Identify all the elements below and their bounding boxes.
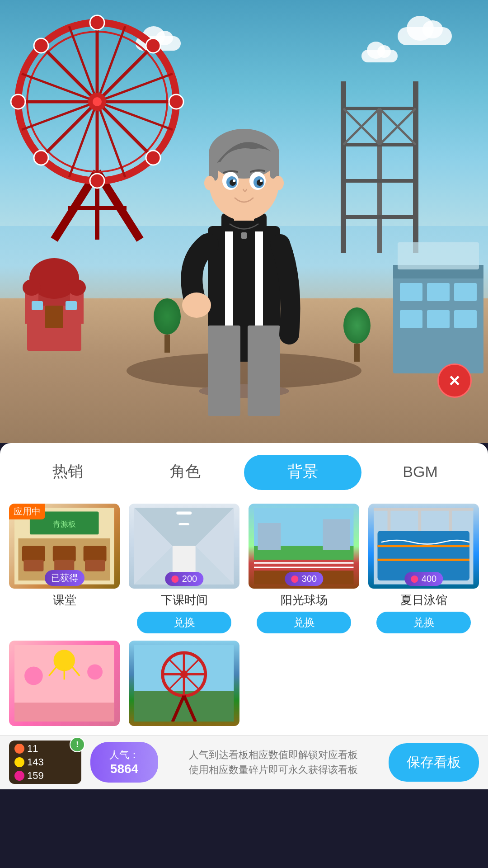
svg-rect-48 (398, 242, 479, 269)
svg-point-23 (146, 38, 160, 53)
svg-rect-59 (248, 326, 280, 416)
item-classroom-thumb: 青源板 应用中 已获得 (9, 504, 120, 589)
svg-rect-80 (22, 546, 45, 561)
item-corridor[interactable]: 200 下课时间 兑换 (129, 504, 239, 633)
svg-point-17 (90, 15, 104, 30)
stats-widget: 11 143 159 ! (9, 741, 81, 784)
svg-rect-82 (84, 546, 107, 561)
popularity-pill: 人气： 5864 (90, 742, 158, 783)
svg-rect-84 (54, 560, 74, 571)
svg-point-16 (93, 97, 102, 106)
price-badge-pool: 400 (404, 572, 443, 586)
popularity-label: 人气： (109, 748, 139, 762)
stat-icon-2 (14, 757, 24, 767)
exchange-btn-pool[interactable]: 兑换 (376, 612, 470, 633)
svg-point-21 (34, 38, 48, 53)
close-button[interactable]: × (437, 363, 472, 398)
owned-badge: 已获得 (45, 570, 84, 586)
svg-rect-49 (400, 283, 422, 301)
close-icon: × (449, 371, 460, 390)
price-badge-track: 300 (285, 572, 323, 586)
svg-point-116 (24, 666, 43, 685)
scene-area: × (0, 0, 488, 443)
svg-rect-51 (454, 283, 477, 301)
svg-rect-50 (427, 283, 450, 301)
item-ferris-park[interactable] (129, 641, 239, 726)
stat-icon-1 (14, 744, 24, 754)
tab-background[interactable]: 背景 (244, 455, 361, 490)
roller-coaster (316, 81, 443, 264)
item-ferris-thumb (129, 641, 239, 726)
cloud-1 (398, 27, 452, 45)
stat-val-3: 159 (27, 770, 44, 782)
price-badge-corridor: 200 (165, 572, 203, 586)
building-right (393, 238, 483, 375)
svg-rect-93 (179, 523, 190, 525)
item-pool-name: 夏日泳馆 (400, 592, 447, 608)
svg-point-19 (11, 94, 25, 109)
item-corridor-name: 下课时间 (161, 592, 208, 608)
cloud-2 (361, 50, 398, 62)
svg-point-18 (90, 174, 104, 188)
svg-point-75 (273, 176, 284, 190)
character-avatar (172, 90, 316, 416)
svg-text:青源板: 青源板 (53, 520, 76, 529)
exchange-btn-track[interactable]: 兑换 (257, 612, 351, 633)
items-grid-row1: 青源板 应用中 已获得 课堂 (0, 491, 488, 641)
using-badge: 应用中 (9, 504, 45, 519)
svg-point-117 (87, 664, 103, 679)
svg-point-74 (204, 176, 215, 190)
svg-point-24 (34, 151, 48, 165)
svg-rect-115 (14, 703, 114, 722)
stat-icon-3 (14, 771, 24, 781)
save-button[interactable]: 保存看板 (389, 743, 479, 782)
svg-rect-99 (323, 519, 350, 550)
popularity-value: 5864 (110, 762, 138, 776)
svg-rect-65 (270, 154, 279, 179)
level-badge: ! (70, 737, 85, 752)
svg-point-22 (146, 151, 160, 165)
empty-cell-3 (249, 641, 359, 726)
item-pink-room[interactable] (9, 641, 120, 726)
bottom-bar: 11 143 159 ! 人气： 5864 人气到达看板相应数值即解锁对应看板 … (0, 735, 488, 789)
item-pool-thumb: 400 (368, 504, 479, 589)
svg-point-111 (54, 650, 75, 671)
svg-rect-81 (53, 546, 76, 561)
item-corridor-thumb: 200 (129, 504, 239, 589)
tab-bar: 热销 角色 背景 BGM (0, 443, 488, 491)
stat-val-2: 143 (27, 756, 44, 768)
item-pool[interactable]: 400 夏日泳馆 兑换 (368, 504, 479, 633)
item-classroom[interactable]: 青源板 应用中 已获得 课堂 (9, 504, 120, 633)
tab-character[interactable]: 角色 (127, 454, 244, 491)
item-track[interactable]: 300 阳光球场 兑换 (249, 504, 359, 633)
items-grid-row2 (0, 641, 488, 735)
svg-rect-85 (85, 560, 105, 571)
svg-point-73 (260, 179, 263, 182)
item-track-name: 阳光球场 (281, 592, 328, 608)
svg-point-31 (68, 279, 86, 296)
empty-cell-4 (368, 641, 479, 726)
svg-rect-92 (177, 512, 192, 515)
svg-rect-53 (427, 310, 450, 328)
svg-rect-34 (66, 301, 77, 310)
building-left (18, 242, 90, 353)
svg-point-77 (182, 292, 211, 318)
item-classroom-name: 课堂 (53, 592, 76, 608)
tab-hot[interactable]: 热销 (9, 454, 127, 491)
level-icon: ! (76, 741, 78, 749)
ferris-wheel (9, 14, 190, 250)
svg-rect-76 (241, 232, 247, 239)
svg-point-29 (23, 279, 41, 296)
svg-rect-33 (32, 301, 43, 310)
svg-rect-83 (24, 560, 44, 571)
svg-rect-54 (454, 310, 477, 328)
bottom-panel: 热销 角色 背景 BGM (0, 443, 488, 789)
info-text: 人气到达看板相应数值即解锁对应看板 使用相应数量碎片即可永久获得该看板 (167, 747, 380, 777)
tree-2 (343, 307, 371, 362)
tab-bgm[interactable]: BGM (361, 456, 479, 490)
exchange-btn-corridor[interactable]: 兑换 (137, 612, 231, 633)
svg-rect-58 (208, 326, 240, 416)
svg-rect-32 (45, 306, 63, 328)
svg-point-72 (233, 179, 235, 182)
item-pink-thumb (9, 641, 120, 726)
